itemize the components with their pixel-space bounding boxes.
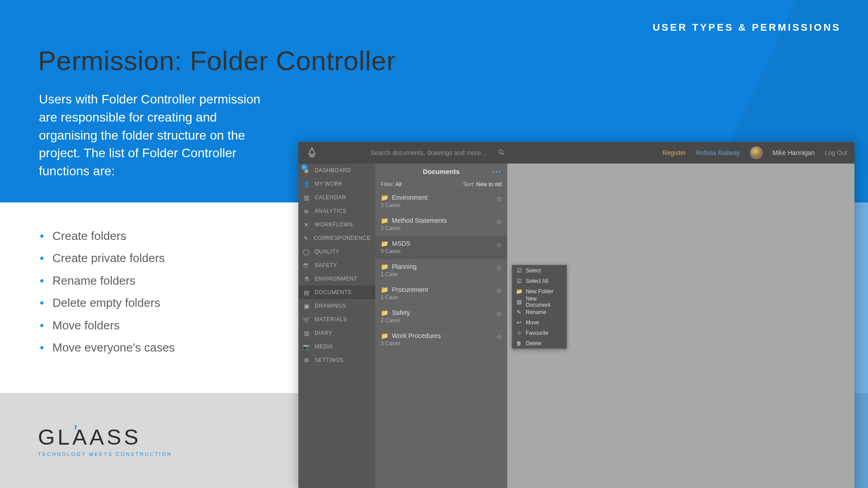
- folder-icon: 📁: [381, 309, 388, 316]
- sort-control[interactable]: Sort: New to old: [463, 181, 502, 188]
- filter-control[interactable]: Filter: All: [381, 181, 401, 188]
- project-name[interactable]: Robina Railway: [696, 149, 740, 156]
- folder-row[interactable]: 📁Safety2 Cases☆: [375, 305, 507, 328]
- ctx-item-rename[interactable]: ✎Rename: [512, 307, 566, 317]
- breadcrumb: USER TYPES & PERMISSIONS: [653, 22, 841, 33]
- sidebar: ◉0DASHBOARD👤MY WORK▥CALENDAR⊕ANALYTICS✕W…: [298, 164, 375, 488]
- folder-count: 1 Case: [381, 294, 502, 300]
- ctx-item-new-document[interactable]: ▤New Document: [512, 296, 566, 307]
- folder-count: 2 Cases: [381, 317, 502, 324]
- folder-icon: 📁: [381, 217, 388, 224]
- folder-icon: 📁: [381, 194, 388, 201]
- sidebar-item-settings[interactable]: ⚙SETTINGS: [298, 353, 375, 367]
- user-name[interactable]: Mike Hannigan: [773, 149, 815, 156]
- sidebar-item-calendar[interactable]: ▥CALENDAR: [298, 191, 375, 204]
- folder-panel-controls: Filter: All Sort: New to old: [375, 179, 507, 190]
- sidebar-item-dashboard[interactable]: ◉0DASHBOARD: [298, 164, 375, 177]
- ctx-item-label: New Document: [526, 296, 563, 308]
- image-icon: ▣: [303, 303, 310, 310]
- sidebar-item-documents[interactable]: ▤DOCUMENTS: [298, 286, 375, 299]
- register-link[interactable]: Register: [662, 149, 686, 156]
- sidebar-item-label: DOCUMENTS: [315, 289, 352, 296]
- logo-text: ASS: [90, 425, 141, 450]
- star-icon[interactable]: ☆: [496, 241, 502, 249]
- brand-logo: GL A′ ASS TECHNOLOGY MEETS CONSTRUCTION: [38, 425, 172, 457]
- sidebar-item-environment[interactable]: ⚗ENVIRONMENT: [298, 272, 375, 286]
- pencil-icon: ✎: [516, 309, 522, 315]
- search-icon[interactable]: [498, 149, 505, 157]
- folder-row[interactable]: 📁MSDS3 Cases☆: [375, 236, 507, 259]
- sidebar-item-diary[interactable]: ▥DIARY: [298, 326, 375, 340]
- ctx-item-select-all[interactable]: ☑Select All: [512, 276, 566, 286]
- folder-row[interactable]: 📁Procurement1 Case☆: [375, 282, 507, 305]
- app-logo-icon[interactable]: [298, 146, 326, 159]
- sidebar-item-drawings[interactable]: ▣DRAWINGS: [298, 299, 375, 313]
- folder-row[interactable]: 📁Environment3 Cases☆: [375, 190, 507, 213]
- ctx-item-label: Rename: [526, 309, 546, 315]
- ctx-item-delete[interactable]: 🗑Delete: [512, 338, 566, 348]
- sidebar-item-label: MEDIA: [315, 343, 333, 350]
- sidebar-item-label: ANALYTICS: [315, 208, 346, 214]
- folder-row[interactable]: 📁Planning1 Case☆: [375, 259, 507, 282]
- star-icon[interactable]: ☆: [496, 218, 502, 226]
- notification-badge: 0: [301, 164, 307, 170]
- folder-list: 📁Environment3 Cases☆📁Method Statements3 …: [375, 190, 507, 351]
- bullet-item: Create private folders: [39, 247, 247, 269]
- ctx-item-select[interactable]: ☑Select: [512, 265, 566, 276]
- calendar-icon: ▥: [303, 194, 310, 201]
- ctx-item-favourite[interactable]: ☆Favourite: [512, 328, 566, 338]
- logout-link[interactable]: Log Out: [825, 149, 847, 156]
- sidebar-item-label: DASHBOARD: [315, 167, 351, 174]
- folder-name: Work Procedures: [392, 332, 441, 339]
- sidebar-item-safety[interactable]: ⛑SAFETY: [298, 258, 375, 272]
- folder-panel-header: Documents •••: [375, 164, 507, 179]
- sidebar-item-analytics[interactable]: ⊕ANALYTICS: [298, 204, 375, 218]
- more-icon[interactable]: •••: [492, 168, 502, 175]
- star-icon[interactable]: ☆: [496, 287, 502, 295]
- undo-icon: ↩: [516, 319, 522, 326]
- search-input-wrap[interactable]: [371, 149, 506, 156]
- context-menu: ☑Select☑Select All📁New Folder▤New Docume…: [512, 265, 567, 349]
- person-icon: 👤: [303, 181, 310, 188]
- avatar[interactable]: [750, 146, 763, 159]
- folder-name: Planning: [392, 263, 417, 270]
- trash-icon: 🗑: [516, 340, 522, 347]
- sidebar-item-label: SETTINGS: [315, 357, 344, 363]
- logo-text: GL: [38, 425, 72, 450]
- camera-icon: 📷: [303, 343, 310, 350]
- sidebar-item-quality[interactable]: ◯QUALITY: [298, 245, 375, 258]
- slide: USER TYPES & PERMISSIONS Permission: Fol…: [0, 0, 868, 488]
- star-icon[interactable]: ☆: [496, 264, 502, 272]
- sidebar-item-materials[interactable]: 🛒MATERIALS: [298, 313, 375, 326]
- folder-row[interactable]: 📁Method Statements3 Cases☆: [375, 213, 507, 236]
- ctx-item-move[interactable]: ↩Move: [512, 317, 566, 328]
- bullet-list: Create folders Create private folders Re…: [39, 225, 247, 359]
- sidebar-item-label: CALENDAR: [315, 194, 346, 201]
- search-input[interactable]: [371, 149, 506, 156]
- cart-icon: 🛒: [303, 316, 310, 323]
- bullet-item: Move everyone's cases: [39, 337, 247, 359]
- sidebar-item-media[interactable]: 📷MEDIA: [298, 340, 375, 353]
- quality-icon: ◯: [303, 249, 310, 255]
- folder-count: 3 Cases: [381, 340, 502, 347]
- shuffle-icon: ✕: [303, 221, 310, 228]
- select-icon: ☑: [516, 278, 522, 284]
- star-icon[interactable]: ☆: [496, 333, 502, 341]
- bullet-item: Rename folders: [39, 270, 247, 292]
- folder-name: Environment: [392, 194, 428, 201]
- folder-row[interactable]: 📁Work Procedures3 Cases☆: [375, 328, 507, 351]
- safety-icon: ⛑: [303, 262, 310, 269]
- star-icon[interactable]: ☆: [496, 310, 502, 318]
- sidebar-item-workflows[interactable]: ✕WORKFLOWS: [298, 218, 375, 231]
- sidebar-item-correspondence[interactable]: ✎CORRESPONDENCE: [298, 231, 375, 245]
- ctx-item-label: Move: [526, 319, 539, 326]
- sidebar-item-label: MY WORK: [315, 181, 343, 187]
- intro-paragraph: Users with Folder Controller permission …: [39, 90, 269, 180]
- star-icon[interactable]: ☆: [496, 195, 502, 203]
- gear-icon: ⚙: [303, 357, 310, 364]
- app-screenshot: Register Robina Railway Mike Hannigan Lo…: [298, 142, 854, 488]
- sidebar-item-my-work[interactable]: 👤MY WORK: [298, 177, 375, 191]
- folder-name: Safety: [392, 309, 410, 316]
- bullet-item: Delete empty folders: [39, 292, 247, 314]
- ctx-item-label: Delete: [526, 340, 542, 347]
